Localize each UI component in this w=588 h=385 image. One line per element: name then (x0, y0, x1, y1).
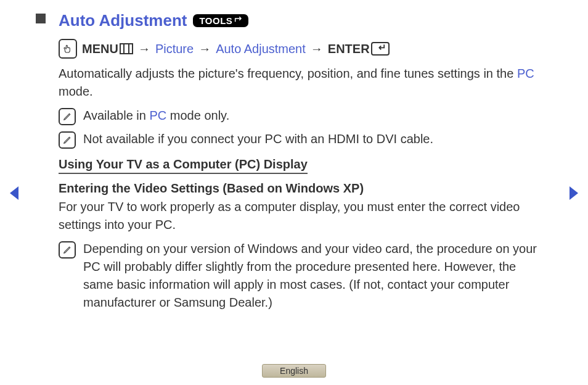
pencil-icon (59, 131, 76, 149)
path-sep: → (198, 42, 211, 56)
note-1-text: Available in PC mode only. (83, 107, 229, 125)
desc-pre: Automatically adjusts the picture's freq… (59, 67, 517, 80)
path-auto-adjustment: Auto Adjustment (216, 42, 306, 56)
prev-page-button[interactable] (9, 185, 21, 204)
language-indicator: English (262, 364, 326, 378)
note-3-text: Depending on your version of Windows and… (83, 240, 539, 312)
note-2-text: Not available if you connect your PC wit… (83, 130, 433, 148)
menu-text: MENU (82, 42, 118, 56)
path-sep: → (138, 42, 150, 56)
section-heading: Using Your TV as a Computer (PC) Display (59, 157, 308, 174)
pencil-icon (59, 241, 76, 259)
note-2: Not available if you connect your PC wit… (59, 130, 539, 149)
next-page-button[interactable] (567, 185, 579, 204)
path-sep: → (311, 42, 323, 56)
note1-pc: PC (149, 109, 166, 122)
enter-label: ENTER (328, 42, 390, 56)
enter-text: ENTER (328, 42, 370, 56)
tools-badge: TOOLS (193, 14, 248, 27)
note1-post: mode only. (166, 109, 229, 122)
sub-heading: Entering the Video Settings (Based on Wi… (59, 181, 539, 196)
section-heading-wrap: Using Your TV as a Computer (PC) Display (59, 154, 539, 181)
menu-grid-icon (120, 43, 133, 54)
section-bullet (36, 14, 46, 23)
tools-label: TOOLS (199, 15, 232, 26)
svg-marker-1 (570, 186, 578, 200)
hand-icon (59, 39, 77, 59)
content-area: Auto Adjustment TOOLS MENU → Picture → A… (59, 11, 539, 317)
sub-body: For your TV to work properly as a comput… (59, 198, 539, 234)
page-title: Auto Adjustment (59, 11, 187, 30)
note-1: Available in PC mode only. (59, 107, 539, 125)
desc-pc: PC (517, 67, 534, 80)
menu-path: MENU → Picture → Auto Adjustment → ENTER (59, 39, 539, 59)
tools-arrow-icon (234, 16, 243, 26)
note1-pre: Available in (83, 109, 149, 122)
description: Automatically adjusts the picture's freq… (59, 65, 539, 101)
menu-label: MENU (82, 42, 133, 56)
pencil-icon (59, 108, 76, 125)
enter-icon (371, 42, 390, 56)
svg-marker-0 (10, 186, 18, 200)
desc-post: mode. (59, 85, 93, 98)
title-row: Auto Adjustment TOOLS (59, 11, 539, 30)
path-picture: Picture (155, 42, 194, 56)
note-3: Depending on your version of Windows and… (59, 240, 539, 312)
